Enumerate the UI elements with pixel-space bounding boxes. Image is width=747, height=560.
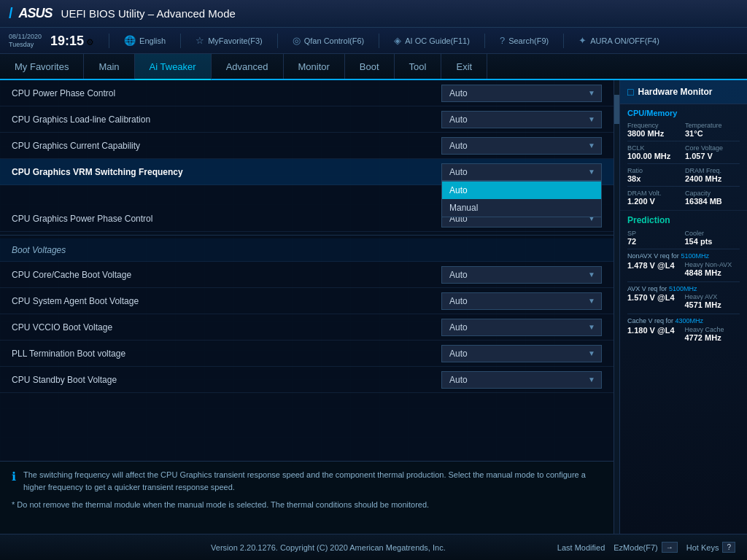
- dropdown-option-auto[interactable]: Auto: [442, 182, 601, 199]
- temperature-label: Temperature: [685, 122, 740, 129]
- fan-icon: ◎: [293, 35, 301, 46]
- chevron-down-icon: ▼: [588, 349, 595, 357]
- aura-label: AURA ON/OFF(F4): [590, 36, 659, 45]
- toolbar: 08/11/2020 Tuesday 19:15 ⚙ 🌐 English ☆ M…: [0, 28, 747, 54]
- dram-volt-value: 1.200 V: [627, 197, 682, 206]
- cpu-memory-section: CPU/Memory Frequency 3800 MHz Temperatur…: [620, 104, 747, 211]
- dropdown-cpu-sys-agent-boot-voltage[interactable]: Auto ▼: [441, 292, 602, 310]
- hw-monitor-title: Hardware Monitor: [638, 87, 712, 97]
- setting-value-cpu-graphics-vrm: Auto ▼ Auto Manual: [441, 163, 602, 181]
- ai-oc-button[interactable]: ◈ AI OC Guide(F11): [394, 35, 470, 46]
- favorite-icon: ☆: [196, 35, 204, 46]
- section-divider: [0, 235, 614, 236]
- pred-block-cache: Cache V req for 4300MHz 1.180 V @L4 Heav…: [627, 317, 740, 342]
- setting-row-pll-term-boot-voltage: PLL Termination Boot voltage Auto ▼: [0, 341, 614, 367]
- dropdown-cpu-core-boot-voltage[interactable]: Auto ▼: [441, 266, 602, 284]
- cache-sub-value: 4772 MHz: [685, 333, 740, 342]
- tab-monitor[interactable]: Monitor: [284, 54, 345, 79]
- hw-item-frequency: Frequency 3800 MHz: [627, 122, 682, 138]
- boot-voltages-title: Boot Voltages: [12, 245, 66, 255]
- ez-mode-button[interactable]: EzMode(F7) →: [614, 542, 678, 553]
- last-modified-button[interactable]: Last Modified: [557, 543, 605, 552]
- chevron-down-icon: ▼: [588, 168, 595, 176]
- setting-label-cpu-sys-agent-boot-voltage: CPU System Agent Boot Voltage: [12, 296, 139, 306]
- dropdown-cpu-standby-boot-voltage[interactable]: Auto ▼: [441, 371, 602, 389]
- dropdown-cpu-power-phase[interactable]: Auto ▼: [441, 85, 602, 102]
- setting-label-cpu-graphics-vrm: CPU Graphics VRM Switching Frequency: [12, 167, 183, 177]
- tab-exit[interactable]: Exit: [441, 54, 487, 79]
- capacity-value: 16384 MB: [685, 197, 740, 206]
- setting-label-cpu-core-boot-voltage: CPU Core/Cache Boot Voltage: [12, 270, 131, 280]
- toolbar-separator-2: [180, 34, 181, 48]
- dropdown-cpu-graphics-vrm[interactable]: Auto ▼: [441, 163, 602, 181]
- tab-boot[interactable]: Boot: [345, 54, 395, 79]
- dropdown-cpu-graphics-llc[interactable]: Auto ▼: [441, 111, 602, 128]
- hot-keys-button[interactable]: Hot Keys ?: [686, 542, 735, 553]
- nonavx-main-value: 1.478 V @L4: [627, 261, 683, 270]
- toolbar-separator-3: [277, 34, 278, 48]
- dropdown-option-manual[interactable]: Manual: [442, 199, 601, 217]
- prediction-sp-cooler: SP 72 Cooler 154 pts: [627, 230, 740, 246]
- ai-icon: ◈: [394, 35, 401, 46]
- dropdown-cpu-graphics-current[interactable]: Auto ▼: [441, 137, 602, 155]
- chevron-down-icon: ▼: [588, 376, 595, 384]
- avx-label: AVX V req for 5100MHz: [627, 285, 740, 294]
- dram-freq-value: 2400 MHz: [685, 174, 740, 183]
- bclk-value: 100.00 MHz: [627, 152, 682, 160]
- sp-value: 72: [627, 237, 683, 246]
- core-voltage-label: Core Voltage: [685, 144, 740, 152]
- hw-item-dram-freq: DRAM Freq. 2400 MHz: [685, 167, 740, 183]
- dropdown-cpu-vccio-boot-voltage[interactable]: Auto ▼: [441, 319, 602, 336]
- cooler-value: 154 pts: [685, 237, 740, 246]
- frequency-label: Frequency: [627, 122, 682, 129]
- left-panel: CPU Power Phase Control Auto ▼ CPU Graph…: [0, 80, 614, 534]
- tab-main[interactable]: Main: [84, 54, 134, 79]
- aura-button[interactable]: ✦ AURA ON/OFF(F4): [578, 35, 659, 46]
- chevron-down-icon: ▼: [588, 323, 595, 331]
- cpu-memory-grid-2: BCLK 100.00 MHz Core Voltage 1.057 V: [627, 144, 740, 160]
- toolbar-separator-5: [484, 34, 485, 48]
- avx-freq: 5100MHz: [669, 285, 697, 292]
- pred-divider-3: [627, 314, 740, 314]
- asus-logo: / ASUS: [9, 5, 53, 22]
- cpu-memory-title: CPU/Memory: [627, 109, 740, 117]
- scrollbar-track[interactable]: [614, 80, 619, 534]
- scrollbar-thumb[interactable]: [614, 95, 619, 124]
- tab-tool[interactable]: Tool: [395, 54, 442, 79]
- pred-block-nonavx: NonAVX V req for 5100MHz 1.478 V @L4 Hea…: [627, 252, 740, 277]
- datetime-display: 08/11/2020 Tuesday: [9, 33, 42, 49]
- pred-block-avx: AVX V req for 5100MHz 1.570 V @L4 Heavy …: [627, 285, 740, 310]
- prediction-title: Prediction: [627, 215, 740, 225]
- tab-ai-tweaker[interactable]: Ai Tweaker: [135, 54, 212, 80]
- nonavx-sub-label: Heavy Non-AVX: [685, 261, 740, 268]
- my-favorite-button[interactable]: ☆ MyFavorite(F3): [196, 35, 263, 46]
- hot-keys-icon: ?: [722, 542, 735, 553]
- language-label: English: [139, 36, 166, 45]
- setting-label-cpu-vccio-boot-voltage: CPU VCCIO Boot Voltage: [12, 322, 112, 332]
- tab-my-favorites[interactable]: My Favorites: [0, 54, 84, 79]
- capacity-label: Capacity: [685, 190, 740, 197]
- prediction-section: Prediction SP 72 Cooler 154 pts NonAVX: [620, 211, 747, 351]
- search-button[interactable]: ? Search(F9): [500, 35, 549, 46]
- chevron-down-icon: ▼: [588, 89, 595, 97]
- toolbar-separator-1: [109, 34, 109, 48]
- settings-icon[interactable]: ⚙: [86, 37, 94, 47]
- avx-sub-item: Heavy AVX 4571 MHz: [685, 293, 740, 309]
- cache-label: Cache V req for 4300MHz: [627, 317, 740, 326]
- globe-icon: 🌐: [124, 35, 136, 46]
- cpu-memory-grid-3: Ratio 38x DRAM Freq. 2400 MHz: [627, 167, 740, 183]
- nonavx-sub-value: 4848 MHz: [685, 268, 740, 277]
- right-panel: □ Hardware Monitor CPU/Memory Frequency …: [619, 80, 747, 534]
- language-selector[interactable]: 🌐 English: [124, 35, 166, 46]
- footer-version: Version 2.20.1276. Copyright (C) 2020 Am…: [99, 543, 557, 552]
- hot-keys-label: Hot Keys: [686, 543, 719, 552]
- cache-main-item: 1.180 V @L4: [627, 326, 683, 342]
- tab-advanced[interactable]: Advanced: [212, 54, 284, 79]
- setting-row-cpu-graphics-llc: CPU Graphics Load-line Calibration Auto …: [0, 106, 614, 133]
- dropdown-pll-term-boot-voltage[interactable]: Auto ▼: [441, 345, 602, 362]
- nonavx-main-item: 1.478 V @L4: [627, 261, 683, 277]
- cache-sub-label: Heavy Cache: [685, 326, 740, 333]
- boot-voltages-section-header: Boot Voltages: [0, 238, 614, 262]
- qfan-label: Qfan Control(F6): [304, 36, 365, 45]
- qfan-button[interactable]: ◎ Qfan Control(F6): [293, 35, 365, 46]
